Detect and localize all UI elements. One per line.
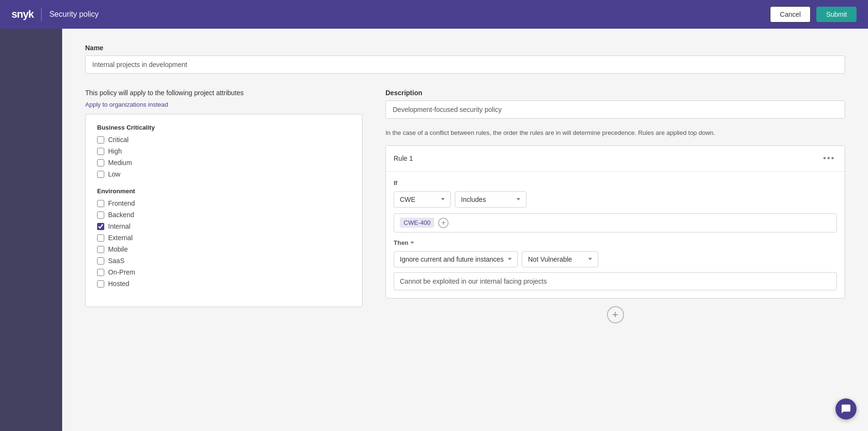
action-chevron1-icon (508, 258, 512, 260)
rule-card: Rule 1 • • • If CWE (385, 145, 845, 298)
rule-header: Rule 1 • • • (386, 146, 845, 172)
checkbox-hosted-label: Hosted (108, 280, 129, 287)
checkbox-internal[interactable]: Internal (97, 222, 351, 230)
header-divider (41, 8, 42, 21)
checkbox-mobile-label: Mobile (108, 245, 128, 253)
condition-field1-dropdown[interactable]: CWE (394, 191, 451, 208)
action-chevron2-icon (588, 258, 592, 260)
apply-organizations-link[interactable]: Apply to organizations instead (85, 101, 168, 108)
condition-field1-value: CWE (400, 196, 416, 203)
condition-row: CWE Includes (394, 191, 837, 208)
header-title: Security policy (49, 10, 99, 19)
condition-field2-dropdown[interactable]: Includes (455, 191, 527, 208)
snyk-logo: snyk (11, 8, 33, 21)
if-label: If (394, 179, 837, 187)
checkbox-saas-input[interactable] (97, 257, 104, 265)
rule-body: If CWE Includes (386, 172, 845, 298)
conflict-note: In the case of a conflict between rules,… (385, 128, 845, 138)
rule-menu-button[interactable]: • • • (820, 153, 837, 165)
two-col-layout: This policy will apply to the following … (85, 89, 845, 323)
name-label: Name (85, 44, 845, 52)
page-body: Name This policy will apply to the follo… (0, 29, 868, 431)
checkbox-on-prem-input[interactable] (97, 269, 104, 276)
action-field2-value: Not Vulnerable (528, 255, 572, 263)
chat-bubble-button[interactable] (835, 398, 857, 420)
add-rule-button[interactable]: + (385, 306, 845, 323)
name-section: Name (85, 44, 845, 74)
checkbox-frontend[interactable]: Frontend (97, 199, 351, 207)
then-chevron-icon (410, 242, 414, 244)
cwe-tag: CWE-400 (400, 218, 434, 228)
then-row: Ignore current and future instances Not … (394, 251, 837, 267)
checkbox-critical[interactable]: Critical (97, 136, 351, 144)
checkbox-high-label: High (108, 147, 122, 155)
checkbox-medium-input[interactable] (97, 159, 104, 166)
checkbox-saas-label: SaaS (108, 257, 124, 265)
business-criticality-label: Business Criticality (97, 124, 351, 131)
checkbox-backend-input[interactable] (97, 211, 104, 219)
checkbox-frontend-label: Frontend (108, 199, 135, 207)
header-actions: Cancel Submit (770, 6, 857, 22)
checkbox-high-input[interactable] (97, 148, 104, 155)
action-field2-dropdown[interactable]: Not Vulnerable (522, 251, 598, 267)
add-cwe-icon[interactable]: + (438, 218, 449, 228)
description-section: Description (385, 89, 845, 119)
checkbox-saas[interactable]: SaaS (97, 257, 351, 265)
description-input[interactable] (385, 100, 845, 119)
attributes-box: Business Criticality Critical High Mediu… (85, 114, 363, 307)
checkbox-hosted[interactable]: Hosted (97, 280, 351, 287)
checkbox-mobile-input[interactable] (97, 246, 104, 253)
description-label: Description (385, 89, 845, 97)
dot2: • (827, 154, 830, 164)
checkbox-frontend-input[interactable] (97, 200, 104, 207)
cwe-input-row[interactable]: CWE-400 + (394, 213, 837, 232)
right-column: Description In the case of a conflict be… (385, 89, 845, 323)
dot3: • (831, 154, 834, 164)
app-header: snyk Security policy Cancel Submit (0, 0, 868, 29)
checkbox-low[interactable]: Low (97, 170, 351, 178)
dot1: • (823, 154, 826, 164)
checkbox-mobile[interactable]: Mobile (97, 245, 351, 253)
action-field1-value: Ignore current and future instances (400, 255, 504, 263)
chevron-down-icon2 (516, 198, 520, 200)
checkbox-backend-label: Backend (108, 211, 134, 219)
chat-icon (841, 404, 851, 414)
checkbox-medium[interactable]: Medium (97, 159, 351, 166)
reason-input[interactable] (394, 272, 837, 290)
checkbox-critical-label: Critical (108, 136, 129, 144)
action-field1-dropdown[interactable]: Ignore current and future instances (394, 251, 518, 267)
checkbox-high[interactable]: High (97, 147, 351, 155)
checkbox-on-prem-label: On-Prem (108, 268, 135, 276)
business-criticality-group: Business Criticality Critical High Mediu… (97, 124, 351, 178)
checkbox-medium-label: Medium (108, 159, 132, 166)
checkbox-external-input[interactable] (97, 234, 104, 242)
checkbox-low-input[interactable] (97, 171, 104, 178)
environment-label: Environment (97, 188, 351, 195)
rule-title: Rule 1 (394, 155, 413, 162)
checkbox-critical-input[interactable] (97, 136, 104, 144)
header-left: snyk Security policy (11, 8, 99, 21)
cancel-button[interactable]: Cancel (770, 6, 811, 22)
checkbox-external[interactable]: External (97, 234, 351, 242)
checkbox-external-label: External (108, 234, 132, 242)
checkbox-internal-input[interactable] (97, 223, 104, 230)
main-content: Name This policy will apply to the follo… (62, 29, 868, 431)
sidebar (0, 29, 62, 431)
left-column: This policy will apply to the following … (85, 89, 363, 323)
condition-field2-value: Includes (461, 196, 486, 203)
checkbox-on-prem[interactable]: On-Prem (97, 268, 351, 276)
submit-button[interactable]: Submit (816, 7, 857, 22)
policy-scope-text: This policy will apply to the following … (85, 89, 363, 97)
checkbox-hosted-input[interactable] (97, 280, 104, 287)
checkbox-internal-label: Internal (108, 222, 131, 230)
chevron-down-icon (441, 198, 445, 200)
checkbox-low-label: Low (108, 170, 121, 178)
add-rule-circle-icon: + (607, 306, 624, 323)
name-input[interactable] (85, 55, 845, 74)
then-text: Then (394, 239, 408, 246)
checkbox-backend[interactable]: Backend (97, 211, 351, 219)
then-label[interactable]: Then (394, 239, 837, 246)
environment-group: Environment Frontend Backend Internal (97, 188, 351, 287)
